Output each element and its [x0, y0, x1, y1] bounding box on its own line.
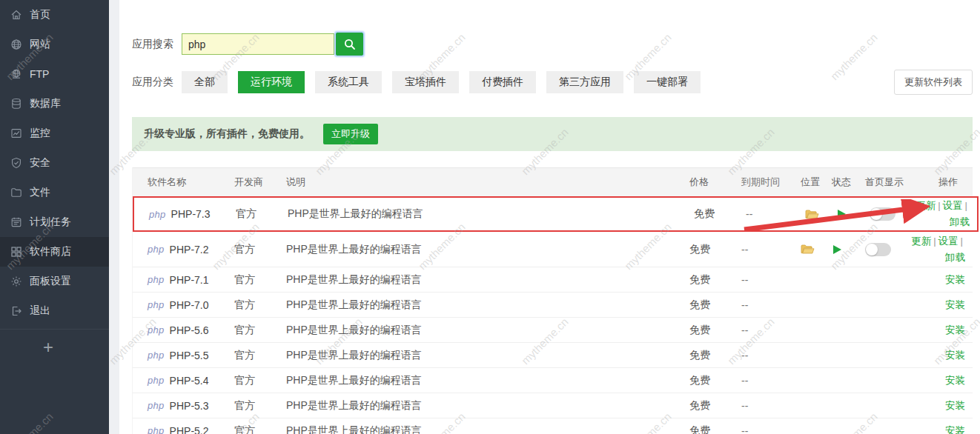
- cell-expiry: --: [741, 299, 801, 311]
- cell-location: [801, 244, 832, 255]
- play-status-icon[interactable]: [836, 209, 847, 219]
- cell-expiry: --: [746, 208, 805, 220]
- logout-icon: [10, 305, 22, 318]
- sidebar-item-security[interactable]: 安全: [0, 148, 109, 178]
- sidebar-item-website[interactable]: 网站: [0, 30, 109, 59]
- category-runtime[interactable]: 运行环境: [238, 71, 305, 93]
- cell-desc: PHP是世界上最好的编程语言: [286, 424, 689, 434]
- table-row: phpPHP-7.1官方PHP是世界上最好的编程语言免费--安装: [133, 267, 973, 293]
- category-all[interactable]: 全部: [182, 71, 228, 93]
- install-link[interactable]: 安装: [945, 425, 965, 434]
- php-logo-icon: php: [148, 244, 165, 255]
- table-row: phpPHP-5.6官方PHP是世界上最好的编程语言免费--安装: [133, 318, 973, 343]
- cell-ops: 安装: [906, 322, 973, 338]
- app-name: PHP-7.0: [170, 299, 209, 311]
- open-folder-icon[interactable]: [801, 244, 815, 255]
- cell-expiry: --: [741, 375, 801, 387]
- sidebar-item-home[interactable]: 首页: [0, 0, 109, 30]
- sidebar-item-cron[interactable]: 计划任务: [0, 207, 109, 237]
- update-link[interactable]: 更新: [916, 200, 936, 211]
- cell-desc: PHP是世界上最好的编程语言: [286, 298, 689, 312]
- php-logo-icon: php: [148, 375, 165, 386]
- calendar-icon: [10, 216, 22, 229]
- ops-separator: |: [961, 236, 963, 247]
- cell-desc: PHP是世界上最好的编程语言: [286, 399, 689, 413]
- home-show-toggle[interactable]: [870, 207, 895, 221]
- grid-icon: [10, 246, 22, 258]
- open-folder-icon[interactable]: [805, 209, 819, 220]
- category-system-tools[interactable]: 系统工具: [315, 71, 382, 93]
- cell-desc: PHP是世界上最好的编程语言: [286, 273, 689, 287]
- folder-icon: [10, 187, 22, 199]
- sidebar-item-label: 文件: [30, 186, 50, 199]
- sidebar-item-label: 网站: [30, 38, 50, 51]
- home-show-toggle[interactable]: [865, 243, 891, 256]
- category-paid-plugin[interactable]: 付费插件: [469, 71, 536, 93]
- sidebar-add-button[interactable]: +: [0, 330, 96, 358]
- cell-developer: 官方: [234, 243, 286, 256]
- cell-ops: 更新|设置|卸载: [906, 233, 973, 266]
- php-logo-icon: php: [149, 209, 166, 220]
- cell-price: 免费: [689, 243, 741, 256]
- ops-separator: |: [965, 200, 967, 211]
- table-row: phpPHP-5.3官方PHP是世界上最好的编程语言免费--安装: [133, 393, 973, 418]
- sidebar-item-label: 首页: [30, 8, 50, 21]
- install-link[interactable]: 安装: [945, 400, 965, 411]
- search-button[interactable]: [336, 33, 363, 56]
- sidebar-item-database[interactable]: 数据库: [0, 89, 109, 118]
- sidebar-item-files[interactable]: 文件: [0, 178, 109, 207]
- cell-name: phpPHP-7.1: [133, 274, 234, 286]
- cell-name: phpPHP-5.3: [133, 400, 234, 412]
- cell-name: phpPHP-7.3: [134, 208, 236, 220]
- table-row: phpPHP-7.2官方PHP是世界上最好的编程语言免费--更新|设置|卸载: [133, 232, 973, 267]
- cell-status: [836, 209, 870, 219]
- main-panel: 应用搜索 应用分类 全部运行环境系统工具宝塔插件付费插件第三方应用一键部署 更新…: [119, 0, 980, 434]
- install-link[interactable]: 安装: [945, 274, 965, 285]
- cell-developer: 官方: [234, 298, 286, 312]
- sidebar-item-label: 退出: [30, 304, 50, 318]
- search-input[interactable]: [182, 33, 334, 55]
- header-expiry: 到期时间: [741, 176, 801, 189]
- sidebar-item-logout[interactable]: 退出: [0, 296, 109, 326]
- app-name: PHP-5.2: [170, 425, 209, 434]
- category-one-click[interactable]: 一键部署: [634, 71, 701, 93]
- sidebar-item-label: 安全: [30, 156, 50, 170]
- sidebar-item-settings[interactable]: 面板设置: [0, 267, 109, 296]
- app-name: PHP-5.5: [170, 350, 209, 361]
- cell-ops: 安装: [906, 398, 973, 414]
- cell-status: [832, 244, 865, 255]
- sidebar-item-label: 面板设置: [30, 275, 71, 288]
- cell-home-show: [870, 207, 910, 221]
- upgrade-now-button[interactable]: 立即升级: [323, 124, 378, 144]
- install-link[interactable]: 安装: [945, 350, 965, 361]
- cell-price: 免费: [689, 349, 741, 362]
- cell-expiry: --: [741, 425, 801, 434]
- cell-expiry: --: [741, 350, 801, 361]
- php-logo-icon: php: [148, 350, 165, 361]
- category-bt-plugin[interactable]: 宝塔插件: [392, 71, 459, 93]
- sidebar-gutter: [109, 0, 119, 434]
- play-status-icon[interactable]: [832, 244, 842, 255]
- sidebar: 首页网站FTP数据库监控安全文件计划任务软件商店面板设置退出+: [0, 0, 109, 434]
- settings-link[interactable]: 设置: [943, 200, 963, 211]
- sidebar-item-appstore[interactable]: 软件商店: [0, 237, 109, 267]
- install-link[interactable]: 安装: [945, 324, 965, 335]
- settings-link[interactable]: 设置: [938, 236, 959, 247]
- uninstall-link[interactable]: 卸载: [945, 252, 965, 263]
- update-software-list-button[interactable]: 更新软件列表: [894, 70, 973, 95]
- cell-name: phpPHP-7.0: [133, 299, 234, 311]
- header-developer: 开发商: [234, 176, 286, 189]
- uninstall-link[interactable]: 卸载: [950, 216, 970, 227]
- update-link[interactable]: 更新: [911, 236, 931, 247]
- sidebar-item-label: FTP: [30, 68, 49, 80]
- install-link[interactable]: 安装: [945, 375, 965, 386]
- sidebar-item-monitor[interactable]: 监控: [0, 118, 109, 148]
- toggle-knob: [866, 244, 878, 256]
- cell-price: 免费: [689, 273, 741, 287]
- category-third-party[interactable]: 第三方应用: [546, 71, 623, 93]
- sidebar-item-ftp[interactable]: FTP: [0, 59, 109, 89]
- cell-developer: 官方: [234, 273, 286, 287]
- cell-home-show: [865, 243, 906, 256]
- app-name: PHP-7.3: [171, 208, 211, 220]
- install-link[interactable]: 安装: [945, 299, 965, 310]
